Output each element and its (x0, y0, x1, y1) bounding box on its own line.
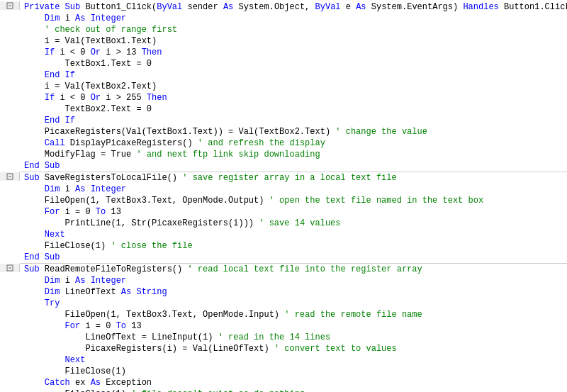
code-line: Dim i As Integer (0, 184, 567, 195)
line-text: FileOpen(1, TextBox3.Text, OpenMode.Inpu… (20, 309, 567, 320)
line-text: Dim i As Integer (20, 184, 567, 195)
code-line: FileOpen(1, TextBox3.Text, OpenMode.Outp… (0, 195, 567, 206)
line-text: FileClose(1) ' file doesn't exist so do … (20, 388, 567, 392)
code-line: Try (0, 298, 567, 309)
code-line: For i = 0 To 13 (0, 206, 567, 218)
line-text: If i < 0 Or i > 255 Then (20, 92, 567, 103)
line-text: Dim i As Integer (20, 13, 567, 24)
line-text: TextBox1.Text = 0 (20, 58, 567, 69)
code-line: End Sub (0, 252, 567, 263)
line-text: Try (20, 298, 567, 309)
code-line: TextBox2.Text = 0 (0, 103, 567, 115)
line-text: ' check out of range first (20, 24, 567, 35)
code-line: PicaxeRegisters(i) = Val(LineOfText) ' c… (0, 343, 567, 354)
code-line: Next (0, 229, 567, 240)
code-line: Catch ex As Exception (0, 377, 567, 388)
line-text: FileClose(1) ' close the file (20, 240, 567, 252)
line-text: Dim i As Integer (20, 275, 567, 286)
line-text: If i < 0 Or i > 13 Then (20, 47, 567, 58)
line-text: PrintLine(1, Str(PicaxeRegisters(i))) ' … (20, 218, 567, 229)
line-text: PicaxeRegisters(i) = Val(LineOfText) ' c… (20, 343, 567, 354)
code-line: TextBox1.Text = 0 (0, 58, 567, 69)
gutter (0, 264, 20, 272)
line-text: Next (20, 354, 567, 366)
line-text: i = Val(TextBox1.Text) (20, 35, 567, 47)
code-line: End If (0, 115, 567, 126)
code-line: LineOfText = LineInput(1) ' read in the … (0, 332, 567, 343)
code-line: Call DisplayPicaxeRegisters() ' and refr… (0, 138, 567, 149)
line-text: TextBox2.Text = 0 (20, 103, 567, 115)
code-line: PrintLine(1, Str(PicaxeRegisters(i))) ' … (0, 218, 567, 229)
line-text: End Sub (20, 252, 567, 263)
gutter (0, 172, 20, 181)
code-line: ' check out of range first (0, 24, 567, 35)
code-line: Dim i As Integer (0, 13, 567, 24)
line-text: FileOpen(1, TextBox3.Text, OpenMode.Outp… (20, 195, 567, 206)
collapse-icon[interactable] (6, 1, 14, 10)
line-text: End If (20, 115, 567, 126)
code-line: Dim LineOfText As String (0, 286, 567, 298)
line-text: PicaxeRegisters(Val(TextBox1.Text)) = Va… (20, 126, 567, 138)
line-text: Next (20, 229, 567, 240)
code-line: Dim i As Integer (0, 275, 567, 286)
line-text: Private Sub Button1_Click(ByVal sender A… (20, 1, 567, 13)
line-text: i = Val(TextBox2.Text) (20, 81, 567, 92)
code-line: FileOpen(1, TextBox3.Text, OpenMode.Inpu… (0, 309, 567, 320)
line-text: End Sub (20, 160, 567, 172)
gutter (0, 1, 20, 10)
collapse-icon[interactable] (6, 264, 14, 272)
line-text: Sub ReadRemoteFileToRegisters() ' read l… (20, 264, 567, 275)
code-line: Sub ReadRemoteFileToRegisters() ' read l… (0, 264, 567, 275)
code-line: i = Val(TextBox1.Text) (0, 35, 567, 47)
line-text: Sub SaveRegistersToLocalFile() ' save re… (20, 172, 567, 184)
code-line: For i = 0 To 13 (0, 320, 567, 332)
code-line: ModifyFlag = True ' and next ftp link sk… (0, 149, 567, 160)
code-line: End Sub (0, 160, 567, 172)
line-text: For i = 0 To 13 (20, 320, 567, 332)
code-line: FileClose(1) ' file doesn't exist so do … (0, 388, 567, 392)
code-line: If i < 0 Or i > 13 Then (0, 47, 567, 58)
line-text: Catch ex As Exception (20, 377, 567, 388)
collapse-icon[interactable] (6, 172, 14, 181)
line-text: Dim LineOfText As String (20, 286, 567, 298)
code-line: Sub SaveRegistersToLocalFile() ' save re… (0, 172, 567, 184)
line-text: ModifyFlag = True ' and next ftp link sk… (20, 149, 567, 160)
code-line: FileClose(1) ' close the file (0, 240, 567, 252)
code-line: End If (0, 69, 567, 81)
line-text: LineOfText = LineInput(1) ' read in the … (20, 332, 567, 343)
line-text: Call DisplayPicaxeRegisters() ' and refr… (20, 138, 567, 149)
code-line: PicaxeRegisters(Val(TextBox1.Text)) = Va… (0, 126, 567, 138)
code-line: If i < 0 Or i > 255 Then (0, 92, 567, 103)
line-text: For i = 0 To 13 (20, 206, 567, 218)
code-line: i = Val(TextBox2.Text) (0, 81, 567, 92)
line-text: End If (20, 69, 567, 81)
line-text: FileClose(1) (20, 366, 567, 377)
code-container[interactable]: Private Sub Button1_Click(ByVal sender A… (0, 0, 567, 392)
code-line: Next (0, 354, 567, 366)
code-line: FileClose(1) (0, 366, 567, 377)
code-line: Private Sub Button1_Click(ByVal sender A… (0, 1, 567, 13)
code-area: Private Sub Button1_Click(ByVal sender A… (0, 0, 567, 392)
